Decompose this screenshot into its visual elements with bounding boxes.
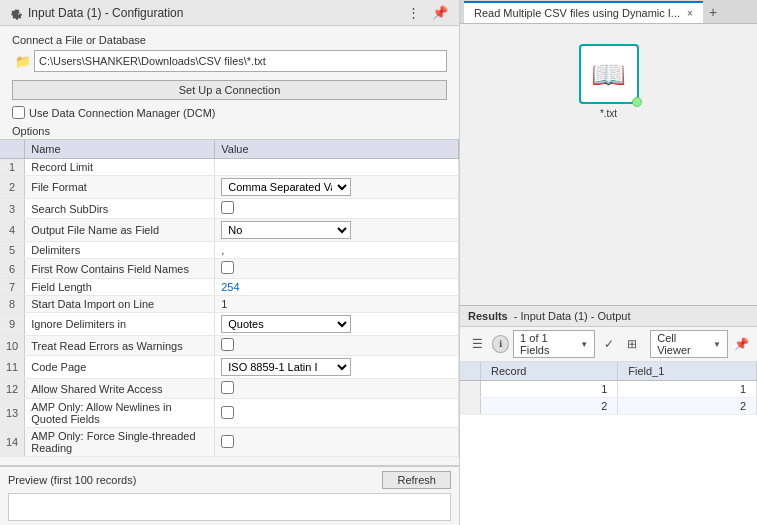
results-grid: Record Field_1 1122 <box>460 362 757 525</box>
row-value-cell: 254 <box>215 279 459 296</box>
checkmark-icon[interactable]: ✓ <box>599 334 619 354</box>
row-value-cell[interactable] <box>215 379 459 399</box>
node-label: *.txt <box>600 108 617 119</box>
toolbar-pin-icon[interactable]: 📌 <box>734 337 749 351</box>
row-value-cell[interactable] <box>215 259 459 279</box>
option-checkbox[interactable] <box>221 406 234 419</box>
results-col-field1: Field_1 <box>618 362 757 381</box>
gear-icon <box>8 6 22 20</box>
more-options-icon[interactable]: ⋮ <box>404 4 423 21</box>
col-name-header: Name <box>25 140 215 159</box>
option-select[interactable]: ISO 8859-1 Latin I <box>221 358 351 376</box>
row-name-cell: Field Length <box>25 279 215 296</box>
connect-label: Connect a File or Database <box>12 34 447 46</box>
row-num-cell: 3 <box>0 199 25 219</box>
row-name-cell: Record Limit <box>25 159 215 176</box>
row-value-cell[interactable] <box>215 399 459 428</box>
row-num-cell: 12 <box>0 379 25 399</box>
pin-icon[interactable]: 📌 <box>429 4 451 21</box>
preview-section: Preview (first 100 records) Refresh <box>0 466 459 525</box>
file-path-row: 📁 <box>12 50 447 72</box>
fields-label: 1 of 1 Fields <box>520 332 578 356</box>
tab-add-icon[interactable]: + <box>703 2 723 22</box>
results-col-record: Record <box>481 362 618 381</box>
results-col-empty <box>460 362 481 381</box>
tab-close-icon[interactable]: × <box>687 8 693 19</box>
option-select[interactable]: Quotes <box>221 315 351 333</box>
table-row: 12Allow Shared Write Access <box>0 379 459 399</box>
preview-label: Preview (first 100 records) <box>8 474 136 486</box>
refresh-button[interactable]: Refresh <box>382 471 451 489</box>
info-circle-button[interactable]: ℹ <box>492 335 510 353</box>
row-name-cell: Code Page <box>25 356 215 379</box>
results-row-num <box>460 398 481 415</box>
results-header-row: Record Field_1 <box>460 362 757 381</box>
node-box[interactable]: 📖 <box>579 44 639 104</box>
col-num-header <box>0 140 25 159</box>
panel-header: Input Data (1) - Configuration ⋮ 📌 <box>0 0 459 26</box>
row-num-cell: 10 <box>0 336 25 356</box>
node-status-dot <box>632 97 642 107</box>
row-name-cell: Start Data Import on Line <box>25 296 215 313</box>
row-value-cell[interactable] <box>215 199 459 219</box>
dcm-checkbox[interactable] <box>12 106 25 119</box>
option-checkbox[interactable] <box>221 201 234 214</box>
canvas-area: 📖 *.txt <box>460 24 757 305</box>
row-value-cell[interactable]: Quotes <box>215 313 459 336</box>
grid-icon[interactable]: ⊞ <box>623 334 643 354</box>
table-row: 3Search SubDirs <box>0 199 459 219</box>
file-path-input[interactable] <box>34 50 447 72</box>
results-panel: Results - Input Data (1) - Output ☰ ℹ 1 … <box>460 305 757 525</box>
option-select[interactable]: Comma Separated Valu <box>221 178 351 196</box>
table-row: 10Treat Read Errors as Warnings <box>0 336 459 356</box>
right-panel: Read Multiple CSV files using Dynamic I.… <box>460 0 757 525</box>
cell-viewer-arrow-icon: ▼ <box>713 340 721 349</box>
option-checkbox[interactable] <box>221 381 234 394</box>
right-tabs: Read Multiple CSV files using Dynamic I.… <box>460 0 757 24</box>
row-name-cell: Treat Read Errors as Warnings <box>25 336 215 356</box>
row-value-cell[interactable] <box>215 336 459 356</box>
cell-viewer-dropdown[interactable]: Cell Viewer ▼ <box>650 330 728 358</box>
row-value-cell[interactable]: Comma Separated Valu <box>215 176 459 199</box>
table-row: 6First Row Contains Field Names <box>0 259 459 279</box>
row-name-cell: Allow Shared Write Access <box>25 379 215 399</box>
folder-icon: 📁 <box>12 50 34 72</box>
options-table-wrapper: Name Value 1Record Limit2File FormatComm… <box>0 139 459 466</box>
setup-connection-button[interactable]: Set Up a Connection <box>12 80 447 100</box>
row-value-cell[interactable]: ISO 8859-1 Latin I <box>215 356 459 379</box>
row-value-cell[interactable]: No <box>215 219 459 242</box>
panel-header-left: Input Data (1) - Configuration <box>8 6 183 20</box>
table-row: 11Code PageISO 8859-1 Latin I <box>0 356 459 379</box>
preview-content <box>8 493 451 521</box>
option-checkbox[interactable] <box>221 338 234 351</box>
row-num-cell: 9 <box>0 313 25 336</box>
options-tbody: 1Record Limit2File FormatComma Separated… <box>0 159 459 457</box>
table-row: 14AMP Only: Force Single-threaded Readin… <box>0 428 459 457</box>
fields-dropdown[interactable]: 1 of 1 Fields ▼ <box>513 330 595 358</box>
panel-title: Input Data (1) - Configuration <box>28 6 183 20</box>
results-row-num <box>460 381 481 398</box>
fields-dropdown-arrow-icon: ▼ <box>580 340 588 349</box>
option-select[interactable]: No <box>221 221 351 239</box>
results-title: Results <box>468 310 508 322</box>
row-num-cell: 7 <box>0 279 25 296</box>
results-tbody: 1122 <box>460 381 757 415</box>
connect-section: Connect a File or Database 📁 <box>0 26 459 76</box>
panel-header-right: ⋮ 📌 <box>404 4 451 21</box>
row-name-cell: Delimiters <box>25 242 215 259</box>
table-row: 7Field Length254 <box>0 279 459 296</box>
dcm-label: Use Data Connection Manager (DCM) <box>29 107 215 119</box>
results-record-cell: 1 <box>481 381 618 398</box>
results-subtitle: - Input Data (1) - Output <box>514 310 631 322</box>
results-data-row: 22 <box>460 398 757 415</box>
row-value-cell[interactable] <box>215 428 459 457</box>
option-checkbox[interactable] <box>221 261 234 274</box>
table-row: 13AMP Only: Allow Newlines in Quoted Fie… <box>0 399 459 428</box>
row-num-cell: 13 <box>0 399 25 428</box>
row-value-cell: 1 <box>215 296 459 313</box>
toolbar-list-icon[interactable]: ☰ <box>468 334 488 354</box>
option-checkbox[interactable] <box>221 435 234 448</box>
main-tab[interactable]: Read Multiple CSV files using Dynamic I.… <box>464 1 703 23</box>
results-record-cell: 2 <box>481 398 618 415</box>
options-section: Options Name Value 1Record Limit2File Fo… <box>0 123 459 466</box>
